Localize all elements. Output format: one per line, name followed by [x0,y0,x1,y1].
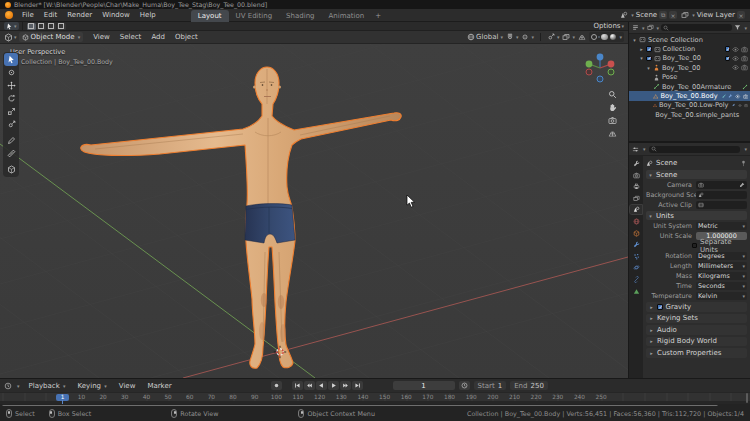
editor-type-properties-icon[interactable] [632,146,639,153]
eye-icon[interactable] [732,55,739,62]
outliner-row-armature-data[interactable]: Boy_Tee_00Armature [629,82,750,91]
camera-render-icon[interactable] [741,55,748,62]
proportional-editing-toggle[interactable]: ▾ [521,33,534,41]
eyedropper-icon[interactable] [739,182,745,188]
section-scene[interactable]: ▾ Scene [646,170,747,179]
play-button[interactable] [328,381,339,390]
view-layer-selector[interactable]: ▾ View Layer × [681,11,745,19]
options-dropdown[interactable]: Options ▾ [593,22,624,30]
menu-keying[interactable]: Keying ▾ [73,381,112,391]
shading-wireframe-button[interactable] [591,34,598,41]
outliner-row-low-poly[interactable]: Boy_Tee_00.Low-Poly [629,101,750,110]
menu-file[interactable]: File [17,10,39,20]
tool-annotate[interactable] [4,134,18,147]
temperature-dropdown[interactable]: Kelvin ▾ [696,292,747,300]
remove-view-layer-button[interactable]: × [737,11,745,19]
previous-keyframe-button[interactable] [304,381,315,390]
panel-keying-sets[interactable]: ▸ Keying Sets [646,314,747,324]
select-mode-invert[interactable] [57,23,66,30]
camera-render-icon[interactable] [743,93,748,100]
length-dropdown[interactable]: Millimeters ▾ [696,262,747,270]
menu-view[interactable]: View [114,381,141,391]
zoom-view-icon[interactable] [608,90,617,99]
camera-render-icon[interactable] [741,46,748,53]
timeline-ruler[interactable]: 1 10203040506070809010011012013014015016… [0,392,750,401]
disclosure-icon[interactable]: ▾ [639,55,644,61]
tool-rotate[interactable] [4,92,18,105]
mass-dropdown[interactable]: Kilograms ▾ [696,272,747,280]
tool-measure[interactable] [4,147,18,160]
frame-start-field[interactable]: Start 1 [474,381,507,390]
tab-object-data[interactable] [630,287,642,296]
rotation-dropdown[interactable]: Degrees ▾ [696,252,747,260]
transform-orientation-dropdown[interactable]: Global ▾ [467,33,503,41]
tab-world[interactable] [630,217,642,226]
camera-view-icon[interactable] [608,116,617,125]
select-mode-subtract[interactable] [47,23,56,30]
outliner-search-input[interactable] [661,24,732,31]
current-frame-field[interactable]: 1 [393,381,455,390]
use-preview-range-button[interactable] [459,381,470,390]
filter-funnel-icon[interactable] [734,24,741,31]
menu-help[interactable]: Help [135,10,161,20]
menu-select[interactable]: Select [115,32,147,42]
next-keyframe-button[interactable] [340,381,351,390]
exclude-checkbox[interactable] [725,46,731,52]
auto-keying-button[interactable] [271,381,282,390]
tab-tool[interactable] [630,159,642,168]
time-dropdown[interactable]: Seconds ▾ [696,282,747,290]
timeline-vertical-scrollbar[interactable] [746,393,749,403]
tab-object[interactable] [630,229,642,238]
outliner-row-body-selected[interactable]: Boy_Tee_00.Body [629,91,750,100]
menu-playback[interactable]: Playback ▾ [24,381,71,391]
tab-modifiers[interactable] [630,240,642,249]
tab-constraints[interactable] [630,275,642,284]
disclosure-icon[interactable]: ▸ [639,46,644,52]
viewport-3d[interactable]: User Perspective (1) Collection | Boy_Te… [0,44,628,378]
tab-uv-editing[interactable]: UV Editing [229,10,280,22]
overlays-dropdown[interactable]: ▾ [562,33,575,41]
new-scene-button[interactable]: ⧉ [659,11,667,19]
filter-dropdown-icon[interactable]: ▾ [744,146,747,152]
frame-end-field[interactable]: End 250 [510,381,548,390]
shading-solid-button[interactable] [598,36,600,38]
tab-layout[interactable]: Layout [191,10,229,22]
pin-icon[interactable] [740,160,747,167]
shading-material-button[interactable] [601,34,608,41]
xray-toggle[interactable] [578,33,586,41]
tool-move[interactable] [4,79,18,92]
outliner-row-armature-object[interactable]: ▾ Boy_Tee_00 [629,63,750,72]
snapping-toggle[interactable]: ▾ [506,33,519,41]
tool-add-cube[interactable] [4,163,18,176]
select-mode-extend[interactable] [37,23,46,30]
outliner-row-pose[interactable]: Pose [629,73,750,82]
tab-view-layer[interactable] [630,194,642,203]
play-reverse-button[interactable] [316,381,327,390]
panel-audio[interactable]: ▸ Audio [646,325,747,335]
disclosure-icon[interactable]: ▾ [632,37,637,43]
eye-icon[interactable] [732,64,739,71]
tab-render[interactable] [630,171,642,180]
menu-window[interactable]: Window [97,10,135,20]
tab-output[interactable] [630,182,642,191]
tab-shading[interactable]: Shading [279,10,321,22]
outliner-row-scene-collection[interactable]: ▾ Scene Collection [629,35,750,44]
mode-dropdown[interactable]: Object Mode ▾ [19,32,84,42]
tab-animation[interactable]: Animation [322,10,372,22]
camera-render-icon[interactable] [741,64,748,71]
character-model-boy-tee-00-body[interactable] [0,44,628,378]
background-scene-field[interactable] [696,191,747,199]
exclude-checkbox[interactable] [725,56,731,62]
add-workspace-button[interactable]: + [371,10,385,22]
gizmos-dropdown[interactable]: ▾ [547,33,560,41]
unlink-scene-button[interactable]: × [669,11,677,19]
blender-menu-icon[interactable] [5,11,13,19]
tool-cursor[interactable] [4,66,18,79]
jump-to-end-button[interactable] [352,381,363,390]
tool-select-box[interactable] [4,53,18,66]
active-clip-field[interactable] [696,201,747,209]
separate-units-checkbox[interactable] [692,243,697,249]
shading-rendered-button[interactable] [610,34,617,41]
collection-checkbox[interactable] [646,46,652,52]
menu-edit[interactable]: Edit [39,10,63,20]
